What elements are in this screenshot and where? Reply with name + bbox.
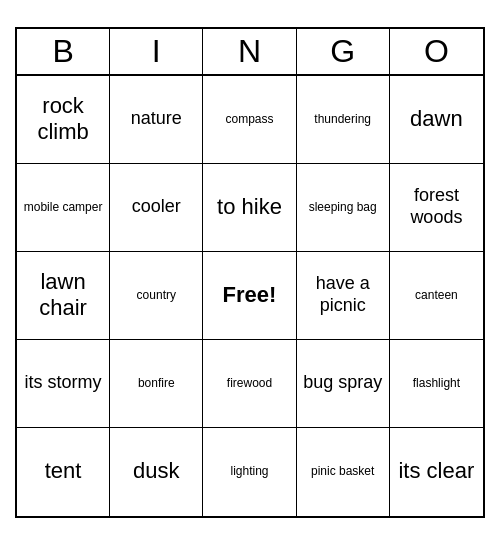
bingo-cell-15: its stormy	[17, 340, 110, 428]
bingo-grid: rock climbnaturecompassthunderingdawnmob…	[17, 76, 483, 516]
header-letter-o: O	[390, 29, 483, 74]
bingo-cell-11: country	[110, 252, 203, 340]
header-letter-n: N	[203, 29, 296, 74]
bingo-cell-8: sleeping bag	[297, 164, 390, 252]
bingo-cell-1: nature	[110, 76, 203, 164]
bingo-cell-6: cooler	[110, 164, 203, 252]
bingo-cell-0: rock climb	[17, 76, 110, 164]
bingo-card: BINGO rock climbnaturecompassthunderingd…	[15, 27, 485, 518]
bingo-cell-12: Free!	[203, 252, 296, 340]
header-letter-i: I	[110, 29, 203, 74]
bingo-cell-17: firewood	[203, 340, 296, 428]
bingo-cell-4: dawn	[390, 76, 483, 164]
bingo-cell-9: forest woods	[390, 164, 483, 252]
bingo-cell-7: to hike	[203, 164, 296, 252]
header-letter-g: G	[297, 29, 390, 74]
bingo-cell-22: lighting	[203, 428, 296, 516]
bingo-header: BINGO	[17, 29, 483, 76]
header-letter-b: B	[17, 29, 110, 74]
bingo-cell-23: pinic basket	[297, 428, 390, 516]
bingo-cell-10: lawn chair	[17, 252, 110, 340]
bingo-cell-20: tent	[17, 428, 110, 516]
bingo-cell-5: mobile camper	[17, 164, 110, 252]
bingo-cell-24: its clear	[390, 428, 483, 516]
bingo-cell-2: compass	[203, 76, 296, 164]
bingo-cell-13: have a picnic	[297, 252, 390, 340]
bingo-cell-19: flashlight	[390, 340, 483, 428]
bingo-cell-14: canteen	[390, 252, 483, 340]
bingo-cell-18: bug spray	[297, 340, 390, 428]
bingo-cell-3: thundering	[297, 76, 390, 164]
bingo-cell-16: bonfire	[110, 340, 203, 428]
bingo-cell-21: dusk	[110, 428, 203, 516]
